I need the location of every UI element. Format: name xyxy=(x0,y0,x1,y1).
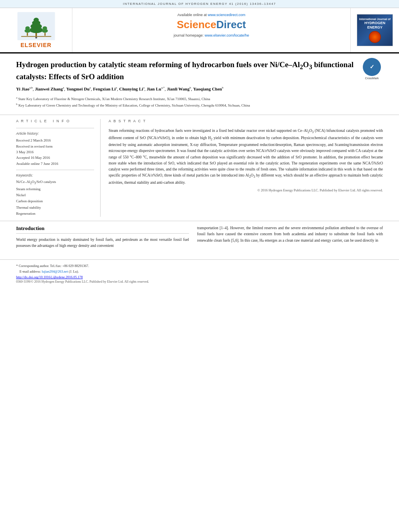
body-left: Introduction World energy production is … xyxy=(16,225,189,249)
cover-top-text: International Journal of xyxy=(359,17,391,21)
email-link[interactable]: lujian204@263.net xyxy=(42,269,68,273)
keywords-label: Keywords: xyxy=(16,173,94,177)
svg-text:✓: ✓ xyxy=(370,64,374,70)
crossmark-label: CrossMark xyxy=(363,77,381,80)
received-revised-label: Received in revised form xyxy=(16,144,94,149)
article-info-col: A R T I C L E I N F O Article history: R… xyxy=(16,119,101,217)
keyword-5: Thermal stability xyxy=(16,205,94,211)
keyword-1: Ni/Ce–Al2O3/SrO catalysts xyxy=(16,179,94,186)
two-col-body: Introduction World energy production is … xyxy=(16,225,383,249)
journal-homepage: journal homepage: www.elsevier.com/locat… xyxy=(80,33,342,37)
body-right: transportation [1–4]. However, the limit… xyxy=(197,225,383,249)
abstract-header: A B S T R A C T xyxy=(109,119,383,125)
issn-line: 0360-3199/© 2016 Hydrogen Energy Publica… xyxy=(16,280,383,283)
svg-point-8 xyxy=(42,26,47,30)
header-area: ELSEVIER Available online at www.science… xyxy=(0,8,399,53)
sciencedirect-logo: ScienceDirect xyxy=(80,18,342,31)
body-content: Introduction World energy production is … xyxy=(0,221,399,253)
abstract-col: A B S T R A C T Steam reforming reaction… xyxy=(109,119,383,217)
corresponding-author: * Corresponding author. Tel./fax: +86 02… xyxy=(16,263,383,269)
crossmark-badge[interactable]: ✓ CrossMark xyxy=(361,60,383,78)
sciencedirect-link[interactable]: www.sciencedirect.com xyxy=(208,13,245,17)
accepted-date: Accepted 16 May 2016 xyxy=(16,155,94,160)
keyword-6: Regeneration xyxy=(16,211,94,217)
journal-homepage-link[interactable]: www.elsevier.com/locate/he xyxy=(205,33,249,37)
article-history-label: Article history: xyxy=(16,131,94,136)
journal-cover-area: International Journal of HYDROGEN ENERGY xyxy=(351,8,399,52)
available-online-text: Available online at www.sciencedirect.co… xyxy=(80,13,342,17)
journal-top-bar: International Journal of Hydrogen Energy… xyxy=(0,0,399,8)
available-date: Available online 7 June 2016 xyxy=(16,161,94,166)
revised-date: 3 May 2016 xyxy=(16,149,94,155)
abstract-copyright: © 2016 Hydrogen Energy Publications LLC.… xyxy=(109,188,383,192)
email-line: E-mail address: lujian204@263.net (J. Lu… xyxy=(16,269,383,274)
keywords-section: Keywords: Ni/Ce–Al2O3/SrO catalysts Stea… xyxy=(16,173,94,217)
keyword-4: Carbon deposition xyxy=(16,198,94,204)
keyword-2: Steam reforming xyxy=(16,186,94,192)
svg-rect-9 xyxy=(27,33,28,35)
footnote-area: * Corresponding author. Tel./fax: +86 02… xyxy=(0,259,399,286)
journal-cover: International Journal of HYDROGEN ENERGY xyxy=(357,14,393,46)
intro-right-text: transportation [1–4]. However, the limit… xyxy=(197,225,383,244)
article-info-header: A R T I C L E I N F O xyxy=(16,119,94,125)
cover-title: HYDROGEN ENERGY xyxy=(359,21,391,30)
header-center: Available online at www.sciencedirect.co… xyxy=(72,8,351,52)
intro-heading: Introduction xyxy=(16,225,189,234)
svg-rect-6 xyxy=(44,33,45,35)
article-info-abstract: A R T I C L E I N F O Article history: R… xyxy=(0,115,399,221)
paper-title: Hydrogen production by catalytic steam r… xyxy=(16,60,355,82)
intro-left-text: World energy production is mainly domina… xyxy=(16,237,189,249)
elsevier-tree-icon xyxy=(16,12,56,40)
svg-point-11 xyxy=(25,26,29,30)
elsevier-brand: ELSEVIER xyxy=(21,42,51,48)
crossmark-icon: ✓ xyxy=(365,60,379,74)
doi-line[interactable]: http://dx.doi.org/10.1016/j.ijhydene.201… xyxy=(16,275,383,279)
cover-graphic xyxy=(369,31,381,43)
keyword-3: Nickel xyxy=(16,192,94,198)
paper-header: Hydrogen production by catalytic steam r… xyxy=(0,53,399,115)
authors-line: Yi Jiaoa,b, Jianwei Zhanga, Yongmei Dua,… xyxy=(16,86,383,93)
svg-point-5 xyxy=(33,18,39,22)
svg-point-13 xyxy=(35,37,37,39)
abstract-text: Steam reforming reactions of hydrocarbon… xyxy=(109,128,383,186)
elsevier-logo-area: ELSEVIER xyxy=(0,8,72,52)
received-date: Received 2 March 2016 xyxy=(16,138,94,143)
affiliations: a State Key Laboratory of Fluorine & Nit… xyxy=(16,96,383,108)
